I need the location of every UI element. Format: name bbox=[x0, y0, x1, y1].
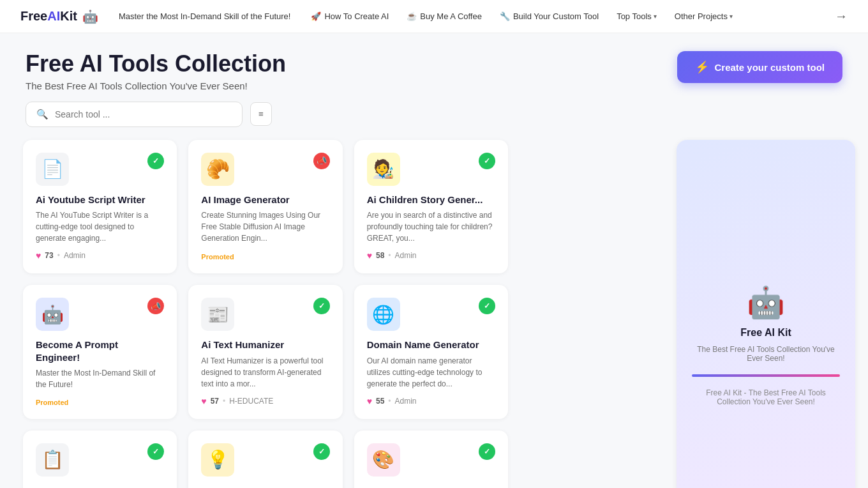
card-prompt-engineer[interactable]: 🤖 📣 Become A Prompt Engineer! Master the… bbox=[23, 285, 177, 419]
search-icon: 🔍 bbox=[36, 109, 49, 120]
logo-text: FreeAIKit bbox=[20, 9, 77, 24]
author-name: Admin bbox=[64, 251, 86, 260]
nav-build-tool[interactable]: 🔧 Build Your Custom Tool bbox=[500, 11, 599, 21]
verified-badge: ✓ bbox=[313, 443, 330, 460]
card-icon: 🎨 bbox=[367, 443, 400, 477]
sidebar-divider bbox=[692, 374, 840, 377]
card-title: Ai Text Humanizer bbox=[201, 339, 329, 351]
promoted-badge: 📣 bbox=[147, 298, 164, 314]
card-children-story[interactable]: 🧑‍🎨 ✓ Ai Children Story Gener... Are you… bbox=[354, 140, 508, 274]
card-desc: Create Stunning Images Using Our Free St… bbox=[201, 210, 329, 248]
promoted-badge: 📣 bbox=[313, 153, 330, 169]
promoted-label: Promoted bbox=[36, 399, 164, 406]
page-title: Free AI Tools Collection bbox=[26, 51, 286, 77]
likes-count: 55 bbox=[376, 397, 384, 406]
nav-coffee-label: Buy Me A Coffee bbox=[420, 11, 482, 21]
card-desc: Master the Most In-Demand Skill of the F… bbox=[36, 367, 164, 393]
logo-robot-icon: 🤖 bbox=[82, 9, 98, 24]
card-youtube-writer[interactable]: 📄 ✓ Ai Youtube Script Writer The AI YouT… bbox=[23, 140, 177, 274]
card-icon: 🧑‍🎨 bbox=[367, 153, 400, 186]
sidebar-caption: Free AI Kit - The Best Free AI Tools Col… bbox=[692, 388, 840, 406]
create-custom-tool-button[interactable]: ⚡ Create your custom tool bbox=[677, 51, 842, 83]
card-header: 🧑‍🎨 ✓ bbox=[367, 153, 495, 186]
card-title: Ai Children Story Gener... bbox=[367, 194, 495, 206]
sidebar-subtitle: The Best Free AI Tools Collection You've… bbox=[692, 345, 840, 363]
nav-how-to-create[interactable]: 🚀 How To Create AI bbox=[311, 11, 389, 21]
nav-how-to-label: How To Create AI bbox=[324, 11, 389, 21]
navbar: FreeAIKit 🤖 Master the Most In-Demand Sk… bbox=[0, 0, 868, 33]
verified-badge: ✓ bbox=[479, 153, 495, 169]
verified-badge: ✓ bbox=[479, 298, 495, 314]
card-partial-2[interactable]: 💡 ✓ bbox=[188, 431, 342, 488]
sidebar-promo: 🤖 Free AI Kit The Best Free AI Tools Col… bbox=[677, 140, 855, 488]
nav-build-label: Build Your Custom Tool bbox=[513, 11, 599, 21]
chevron-down-icon-2: ▾ bbox=[730, 13, 733, 20]
heart-icon: ♥ bbox=[36, 250, 41, 261]
card-header: 🌐 ✓ bbox=[367, 298, 495, 331]
card-icon: 📄 bbox=[36, 153, 69, 186]
card-title: AI Image Generator bbox=[201, 194, 329, 206]
signin-button[interactable]: → bbox=[835, 9, 848, 24]
card-footer: ♥ 73 • Admin bbox=[36, 250, 164, 261]
card-desc: Our AI domain name generator utilizes cu… bbox=[367, 355, 495, 390]
nav-buy-coffee[interactable]: ☕ Buy Me A Coffee bbox=[407, 11, 482, 21]
card-header: 🎨 ✓ bbox=[367, 443, 495, 477]
search-box: 🔍 bbox=[26, 102, 243, 127]
nav-top-tools[interactable]: Top Tools ▾ bbox=[617, 11, 657, 21]
author-name: Admin bbox=[395, 397, 417, 406]
tool-icon: 🔧 bbox=[500, 11, 510, 21]
card-header: 🤖 📣 bbox=[36, 298, 164, 331]
card-domain-name[interactable]: 🌐 ✓ Domain Name Generator Our AI domain … bbox=[354, 285, 508, 419]
card-image-generator[interactable]: 🥐 📣 AI Image Generator Create Stunning I… bbox=[188, 140, 342, 274]
verified-badge: ✓ bbox=[147, 443, 164, 460]
rocket-icon: 🚀 bbox=[311, 11, 321, 21]
verified-badge: ✓ bbox=[147, 153, 164, 169]
nav-actions: → bbox=[835, 9, 848, 24]
card-header: 💡 ✓ bbox=[201, 443, 329, 477]
heart-icon: ♥ bbox=[367, 396, 372, 406]
card-icon: 📰 bbox=[201, 298, 234, 331]
card-partial-3[interactable]: 🎨 ✓ bbox=[354, 431, 508, 488]
card-text-humanizer[interactable]: 📰 ✓ Ai Text Humanizer AI Text Humanizer … bbox=[188, 285, 342, 419]
search-area: 🔍 ≡ bbox=[0, 102, 868, 140]
card-icon: 📋 bbox=[36, 443, 69, 477]
heart-icon: ♥ bbox=[201, 396, 206, 406]
nav-other-label: Other Projects bbox=[675, 11, 728, 21]
card-icon: 🌐 bbox=[367, 298, 400, 331]
nav-other-projects[interactable]: Other Projects ▾ bbox=[675, 11, 733, 21]
likes-count: 58 bbox=[376, 251, 384, 260]
card-header: 🥐 📣 bbox=[201, 153, 329, 186]
verified-badge: ✓ bbox=[479, 443, 495, 460]
main-layout: 📄 ✓ Ai Youtube Script Writer The AI YouT… bbox=[0, 140, 868, 488]
author-name: H-EDUCATE bbox=[229, 397, 273, 406]
filter-icon: ≡ bbox=[258, 109, 264, 119]
separator: • bbox=[223, 397, 225, 406]
nav-tagline: Master the Most In-Demand Skill of the F… bbox=[119, 11, 291, 21]
card-partial-1[interactable]: 📋 ✓ bbox=[23, 431, 177, 488]
card-title: Ai Youtube Script Writer bbox=[36, 194, 164, 206]
header-left: Free AI Tools Collection The Best Free A… bbox=[26, 51, 286, 91]
search-input[interactable] bbox=[55, 109, 232, 119]
author-name: Admin bbox=[395, 251, 417, 260]
separator: • bbox=[57, 251, 60, 260]
card-header: 📰 ✓ bbox=[201, 298, 329, 331]
filter-button[interactable]: ≡ bbox=[250, 102, 272, 126]
separator: • bbox=[388, 251, 391, 260]
card-desc: Are you in search of a distinctive and p… bbox=[367, 210, 495, 244]
card-footer: ♥ 57 • H-EDUCATE bbox=[201, 396, 329, 406]
chevron-down-icon: ▾ bbox=[654, 13, 657, 20]
verified-badge: ✓ bbox=[313, 298, 330, 314]
card-icon: 🥐 bbox=[201, 153, 234, 186]
heart-icon: ♥ bbox=[367, 250, 372, 261]
card-icon: 🤖 bbox=[36, 298, 69, 331]
page-header: Free AI Tools Collection The Best Free A… bbox=[0, 33, 868, 102]
card-desc: The AI YouTube Script Writer is a cuttin… bbox=[36, 210, 164, 244]
card-title: Become A Prompt Engineer! bbox=[36, 339, 164, 363]
logo[interactable]: FreeAIKit 🤖 bbox=[20, 9, 98, 24]
card-title: Domain Name Generator bbox=[367, 339, 495, 351]
page-subtitle: The Best Free AI Tools Collection You've… bbox=[26, 80, 286, 91]
nav-top-tools-label: Top Tools bbox=[617, 11, 652, 21]
tools-grid: 📄 ✓ Ai Youtube Script Writer The AI YouT… bbox=[23, 140, 508, 488]
create-btn-label: Create your custom tool bbox=[714, 62, 825, 73]
card-header: 📄 ✓ bbox=[36, 153, 164, 186]
